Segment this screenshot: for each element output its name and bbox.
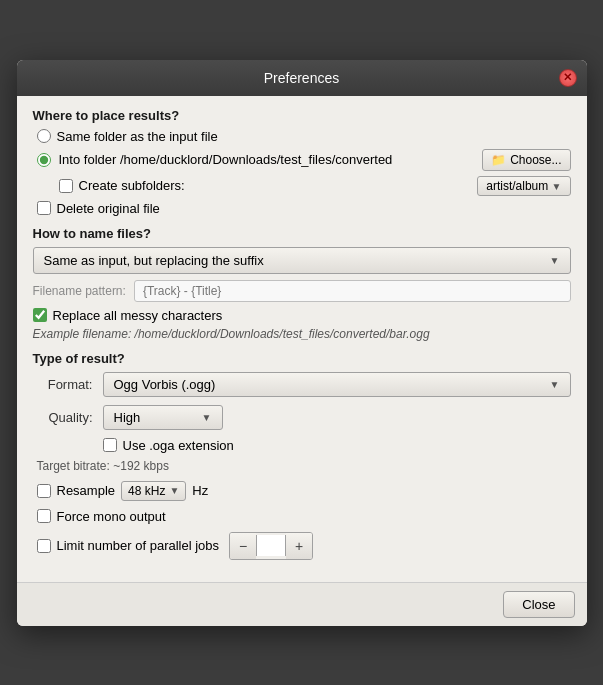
format-row: Format: Ogg Vorbis (.ogg) ▼ — [33, 372, 571, 397]
result-header: Type of result? — [33, 351, 571, 366]
quality-label: Quality: — [33, 410, 93, 425]
pattern-label: Filename pattern: — [33, 284, 126, 298]
force-mono-checkbox[interactable] — [37, 509, 51, 523]
create-subfolders-label: Create subfolders: — [79, 178, 185, 193]
replace-messy-row: Replace all messy characters — [33, 308, 571, 323]
dialog-footer: Close — [17, 582, 587, 626]
delete-original-checkbox[interactable] — [37, 201, 51, 215]
preferences-dialog: Preferences ✕ Where to place results? Sa… — [17, 60, 587, 626]
chevron-down-icon: ▼ — [550, 255, 560, 266]
hz-label: Hz — [192, 483, 208, 498]
naming-header: How to name files? — [33, 226, 571, 241]
oga-row: Use .oga extension — [103, 438, 571, 453]
subfolder-dropdown[interactable]: artist/album ▼ — [477, 176, 570, 196]
same-folder-radio[interactable] — [37, 129, 51, 143]
same-folder-row: Same folder as the input file — [37, 129, 571, 144]
subfolder-row: Create subfolders: artist/album ▼ — [59, 176, 571, 196]
delete-row: Delete original file — [37, 201, 571, 216]
parallel-label: Limit number of parallel jobs — [57, 538, 220, 553]
parallel-increment-button[interactable]: + — [286, 533, 312, 559]
force-mono-row: Force mono output — [37, 509, 571, 524]
resample-label: Resample — [57, 483, 116, 498]
force-mono-label: Force mono output — [57, 509, 166, 524]
chevron-down-icon: ▼ — [552, 181, 562, 192]
format-label: Format: — [33, 377, 93, 392]
quality-dropdown[interactable]: High ▼ — [103, 405, 223, 430]
into-folder-radio[interactable] — [37, 153, 51, 167]
oga-checkbox[interactable] — [103, 438, 117, 452]
into-folder-label: Into folder /home/ducklord/Downloads/tes… — [59, 152, 475, 167]
dialog-title: Preferences — [264, 70, 339, 86]
oga-label: Use .oga extension — [123, 438, 234, 453]
replace-messy-label: Replace all messy characters — [53, 308, 223, 323]
naming-method-dropdown[interactable]: Same as input, but replacing the suffix … — [33, 247, 571, 274]
chevron-down-icon: ▼ — [169, 485, 179, 496]
same-folder-label: Same folder as the input file — [57, 129, 218, 144]
chevron-down-icon: ▼ — [550, 379, 560, 390]
type-section: Format: Ogg Vorbis (.ogg) ▼ Quality: Hig… — [33, 372, 571, 560]
bitrate-text: Target bitrate: ~192 kbps — [37, 459, 571, 473]
format-dropdown[interactable]: Ogg Vorbis (.ogg) ▼ — [103, 372, 571, 397]
placement-header: Where to place results? — [33, 108, 571, 123]
filename-pattern-row: Filename pattern: — [33, 280, 571, 302]
khz-dropdown[interactable]: 48 kHz ▼ — [121, 481, 186, 501]
chevron-down-icon: ▼ — [202, 412, 212, 423]
delete-original-label: Delete original file — [57, 201, 160, 216]
quality-row: Quality: High ▼ — [33, 405, 571, 430]
choose-button[interactable]: 📁 Choose... — [482, 149, 570, 171]
resample-checkbox[interactable] — [37, 484, 51, 498]
titlebar: Preferences ✕ — [17, 60, 587, 96]
parallel-row: Limit number of parallel jobs − 1 + — [37, 532, 571, 560]
parallel-decrement-button[interactable]: − — [230, 533, 256, 559]
parallel-input-group: − 1 + — [229, 532, 313, 560]
example-filename: Example filename: /home/ducklord/Downloa… — [33, 327, 571, 341]
folder-icon: 📁 — [491, 153, 506, 167]
replace-messy-checkbox[interactable] — [33, 308, 47, 322]
pattern-input[interactable] — [134, 280, 571, 302]
resample-row: Resample 48 kHz ▼ Hz — [37, 481, 571, 501]
close-window-button[interactable]: ✕ — [559, 69, 577, 87]
close-button[interactable]: Close — [503, 591, 574, 618]
parallel-checkbox[interactable] — [37, 539, 51, 553]
dialog-content: Where to place results? Same folder as t… — [17, 96, 587, 582]
into-folder-row: Into folder /home/ducklord/Downloads/tes… — [37, 149, 571, 171]
naming-section: Same as input, but replacing the suffix … — [33, 247, 571, 341]
parallel-number-input[interactable]: 1 — [256, 535, 286, 556]
create-subfolders-checkbox[interactable] — [59, 179, 73, 193]
